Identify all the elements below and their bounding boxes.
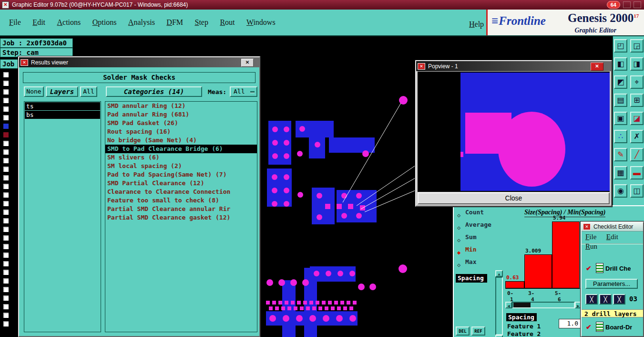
checklist-titlebar[interactable]: ✕ Checklist Editor: [582, 222, 643, 232]
category-row[interactable]: Partial SMD Clearance gasket (12): [105, 213, 257, 222]
layer-toggle[interactable]: [3, 261, 9, 267]
checkmark-icon[interactable]: ✔: [586, 323, 592, 331]
layer-toggle[interactable]: [3, 209, 9, 215]
layer-toggle[interactable]: [3, 132, 9, 138]
window-copy-button[interactable]: ◰: [614, 39, 627, 53]
checklist-menu-run[interactable]: Run: [582, 241, 601, 251]
all-button[interactable]: All: [80, 86, 97, 97]
measure-option-sum[interactable]: ◇ Sum: [454, 231, 505, 243]
layer-toggle[interactable]: [3, 295, 9, 301]
category-row[interactable]: SM slivers (6): [105, 153, 257, 162]
layer-toggle[interactable]: [3, 278, 9, 284]
analysis-action-icon[interactable]: ╳: [585, 294, 598, 305]
grid-button[interactable]: ⊞: [630, 94, 644, 107]
category-row[interactable]: No bridge (Same Net) (4): [105, 136, 257, 145]
layer-toggle[interactable]: [3, 252, 9, 258]
feature-1-item[interactable]: Feature 1: [507, 323, 541, 330]
category-row[interactable]: Partial SMD Clearance annular Rir: [105, 205, 257, 213]
scroll-up-icon[interactable]: ▲: [495, 270, 503, 277]
menu-rout[interactable]: Rout: [215, 16, 239, 29]
category-row[interactable]: SMD annular Ring (12): [105, 102, 257, 110]
window-titlebar[interactable]: ✕ Graphic Editor 9.07b2 (00@HY-HYCAM-PC0…: [0, 0, 644, 10]
menu-file[interactable]: File: [5, 16, 25, 29]
layers-table-button[interactable]: ▤: [614, 94, 627, 107]
menu-windows[interactable]: Windows: [242, 16, 280, 29]
diagonal-measure-button[interactable]: ╱: [630, 148, 644, 161]
layer-toggle[interactable]: [3, 192, 9, 198]
layer-list-item[interactable]: bs: [25, 111, 100, 119]
menu-options[interactable]: Options: [88, 16, 121, 29]
layer-toggle[interactable]: [3, 304, 9, 310]
layer-toggle[interactable]: [3, 115, 9, 121]
screen-view-button[interactable]: ◲: [630, 39, 644, 53]
menu-actions[interactable]: Actions: [52, 16, 85, 29]
measure-option-min[interactable]: ◆ Min: [454, 243, 505, 256]
taskbar-tray-icon-2[interactable]: [634, 1, 641, 8]
redline-pencil-button[interactable]: ✎: [614, 148, 627, 161]
menu-analysis[interactable]: Analysis: [124, 16, 159, 29]
layer-toggle[interactable]: [3, 80, 9, 86]
flag-button[interactable]: ◪: [630, 112, 644, 125]
taskbar-tray-icon[interactable]: [623, 1, 631, 8]
menu-dfm[interactable]: DFM: [162, 16, 187, 29]
category-row[interactable]: Pad to Pad Spacing(Same Net) (7): [105, 170, 257, 179]
measure-scrollbar[interactable]: ▲ ▼: [495, 270, 503, 337]
menu-help[interactable]: Help: [465, 18, 488, 31]
import-step-button[interactable]: ◧: [614, 57, 627, 71]
layer-toggle[interactable]: [3, 226, 9, 232]
category-row[interactable]: Rout spacing (16): [105, 127, 257, 136]
measure-mode-selected[interactable]: Spacing: [456, 274, 487, 283]
checklist-action-1[interactable]: Drill Che: [605, 265, 631, 272]
none-button[interactable]: None: [24, 86, 44, 97]
layer-toggle[interactable]: [3, 166, 9, 172]
popview-canvas[interactable]: [418, 72, 610, 192]
snapshot-button[interactable]: ◩: [614, 75, 627, 89]
select-area-button[interactable]: ▦: [614, 166, 627, 179]
layer-toggle[interactable]: [3, 200, 9, 207]
layer-toggle[interactable]: [3, 175, 9, 181]
checkmark-icon[interactable]: ✔: [586, 264, 592, 272]
layer-toggle[interactable]: [3, 140, 9, 147]
layer-toggle[interactable]: [3, 149, 9, 155]
analysis-action-icon[interactable]: ╳: [599, 294, 612, 305]
center-target-button[interactable]: ◉: [614, 184, 627, 198]
close-icon[interactable]: ✕: [591, 63, 603, 71]
layer-toggle[interactable]: [3, 72, 9, 78]
measure-option-count[interactable]: ◇ Count: [454, 206, 505, 219]
category-row[interactable]: SMD Pad Gasket (26): [105, 119, 257, 127]
category-row-selected[interactable]: SMD to Pad Clearance Bridge (6): [105, 145, 257, 153]
layer-toggle[interactable]: [3, 235, 9, 241]
layers-button[interactable]: Layers: [46, 86, 78, 97]
layer-toggle[interactable]: [3, 97, 9, 104]
popview-close-button[interactable]: Close: [418, 192, 610, 204]
feature-mode-selected[interactable]: Spacing: [506, 313, 537, 321]
analysis-action-icon[interactable]: ╳: [613, 294, 625, 305]
menu-step[interactable]: Step: [190, 16, 212, 29]
layer-toggle[interactable]: [3, 106, 9, 112]
export-step-button[interactable]: ◨: [630, 57, 644, 71]
category-row[interactable]: SM local spacing (2): [105, 162, 257, 170]
layer-toggle[interactable]: [3, 243, 9, 250]
results-viewer-titlebar[interactable]: ✕ Results viewer ✕: [19, 57, 259, 67]
del-button[interactable]: DEL: [456, 326, 470, 336]
category-row[interactable]: Clearance to Clearance Connection: [105, 188, 257, 196]
menu-edit[interactable]: Edit: [28, 16, 50, 29]
layer-toggle[interactable]: [3, 218, 9, 224]
scroll-track[interactable]: [495, 277, 503, 335]
feature-value-field[interactable]: 1.0: [559, 319, 581, 328]
cluster-dots-button[interactable]: ∴: [614, 130, 627, 143]
layer-toggle[interactable]: [3, 158, 9, 164]
meas-dropdown[interactable]: All: [230, 86, 257, 97]
scroll-thumb[interactable]: [513, 303, 531, 307]
histogram-scrollbar[interactable]: ◄ ►: [505, 302, 582, 308]
category-row[interactable]: SMD Partial Clearance (12): [105, 179, 257, 188]
parameters-button[interactable]: Parameters...: [585, 279, 638, 289]
layer-toggle[interactable]: [3, 312, 9, 318]
close-icon[interactable]: ✕: [241, 59, 254, 67]
layer-toggle[interactable]: [3, 123, 9, 129]
layer-toggle[interactable]: [3, 269, 9, 275]
delete-x-button[interactable]: ✗: [630, 130, 644, 143]
feature-2-item[interactable]: Feature 2: [507, 330, 541, 337]
checklist-action-2[interactable]: Board-Dr: [605, 324, 632, 331]
scroll-down-icon[interactable]: ▼: [495, 335, 503, 337]
